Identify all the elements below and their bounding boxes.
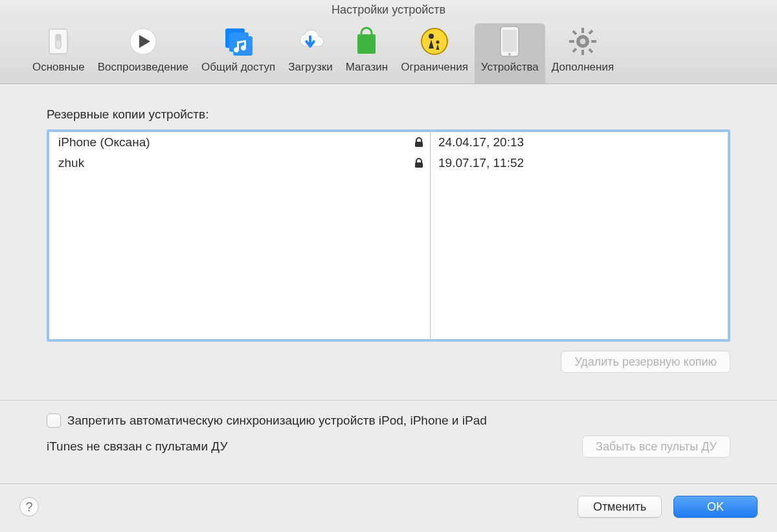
delete-backup-button: Удалить резервную копию: [561, 351, 730, 373]
shopping-bag-icon: [351, 26, 382, 57]
svg-rect-2: [56, 35, 60, 41]
backup-list[interactable]: iPhone (Оксана) 24.04.17, 20:13 zhuk 19.…: [47, 129, 730, 342]
tab-label: Магазин: [346, 61, 388, 74]
svg-point-14: [508, 53, 511, 56]
remote-status-label: iTunes не связан с пультами ДУ: [47, 439, 227, 454]
tab-devices[interactable]: Устройства: [475, 23, 545, 83]
prevent-sync-label: Запретить автоматическую синхронизацию у…: [67, 414, 487, 428]
cancel-button[interactable]: Отменить: [578, 496, 662, 518]
svg-rect-13: [502, 30, 517, 52]
backup-row[interactable]: iPhone (Оксана) 24.04.17, 20:13: [49, 132, 728, 153]
lock-icon: [414, 158, 430, 168]
tab-label: Воспроизведение: [98, 61, 188, 74]
backup-date: 19.07.17, 11:52: [430, 153, 728, 173]
svg-rect-20: [572, 30, 577, 35]
backup-device-name: zhuk: [58, 156, 414, 170]
iphone-icon: [494, 26, 525, 57]
help-button[interactable]: ?: [19, 497, 39, 516]
preferences-toolbar: Основные Воспроизведение Общий доступ За…: [0, 19, 777, 84]
switch-icon: [43, 26, 74, 57]
svg-rect-25: [415, 142, 423, 147]
svg-rect-19: [591, 40, 596, 43]
backup-date: 24.04.17, 20:13: [430, 132, 728, 153]
svg-rect-21: [588, 48, 593, 53]
svg-rect-8: [357, 34, 376, 54]
tab-label: Загрузки: [288, 61, 332, 74]
backups-heading: Резервные копии устройств:: [47, 107, 730, 122]
backup-device-name: iPhone (Оксана): [58, 135, 414, 150]
prevent-sync-checkbox[interactable]: [47, 414, 61, 428]
svg-point-9: [422, 28, 447, 54]
svg-rect-26: [415, 162, 423, 168]
tab-label: Основные: [32, 61, 85, 74]
tab-label: Общий доступ: [201, 61, 275, 74]
tab-downloads[interactable]: Загрузки: [282, 23, 339, 83]
tab-store[interactable]: Магазин: [339, 23, 395, 83]
tab-general[interactable]: Основные: [26, 23, 91, 83]
tab-label: Устройства: [481, 61, 539, 74]
music-stack-icon: [223, 26, 254, 57]
svg-rect-17: [581, 50, 584, 55]
window-title: Настройки устройств: [0, 0, 777, 19]
gear-icon: [567, 26, 598, 57]
tab-restrictions[interactable]: Ограничения: [394, 23, 475, 83]
svg-point-10: [429, 34, 434, 39]
tab-advanced[interactable]: Дополнения: [545, 23, 620, 83]
parental-icon: [419, 26, 450, 57]
ok-button[interactable]: OK: [673, 496, 758, 518]
lock-icon: [414, 137, 430, 148]
tab-playback[interactable]: Воспроизведение: [91, 23, 195, 83]
svg-point-24: [580, 39, 585, 45]
dialog-footer: ? Отменить OK: [0, 483, 777, 532]
backup-row[interactable]: zhuk 19.07.17, 11:52: [49, 153, 728, 173]
tab-label: Дополнения: [552, 61, 614, 74]
svg-rect-23: [572, 48, 577, 53]
cloud-download-icon: [295, 26, 326, 57]
play-icon: [128, 26, 159, 57]
svg-point-11: [436, 41, 440, 44]
tab-sharing[interactable]: Общий доступ: [195, 23, 282, 83]
forget-remotes-button: Забыть все пульты ДУ: [582, 436, 730, 458]
tab-label: Ограничения: [401, 61, 468, 74]
svg-rect-22: [588, 30, 593, 35]
svg-rect-16: [581, 28, 584, 33]
svg-rect-18: [569, 40, 574, 43]
